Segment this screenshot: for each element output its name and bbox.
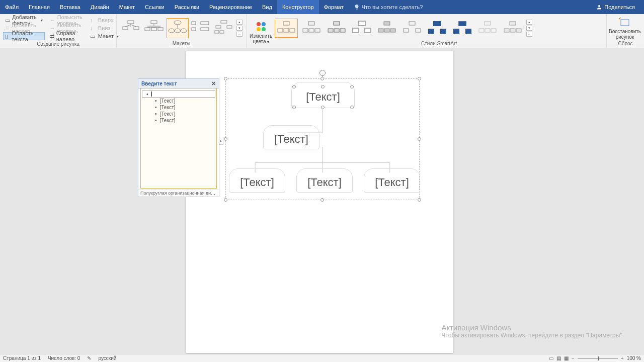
- view-read-mode-button[interactable]: ▭: [549, 355, 553, 361]
- style-option-1[interactable]: [275, 19, 298, 38]
- text-pane-item[interactable]: [Текст]: [142, 117, 215, 124]
- palette-icon: [254, 20, 269, 33]
- view-web-layout-button[interactable]: ▦: [564, 355, 569, 361]
- tab-review[interactable]: Рецензирование: [204, 0, 257, 14]
- zoom-out-button[interactable]: −: [572, 355, 575, 361]
- svg-rect-47: [384, 22, 390, 25]
- svg-rect-60: [465, 29, 471, 34]
- svg-rect-33: [278, 29, 283, 32]
- style-option-3[interactable]: [325, 19, 348, 38]
- status-words[interactable]: Число слов: 0: [48, 355, 80, 361]
- status-proofing-icon[interactable]: ✎: [87, 355, 91, 361]
- status-language[interactable]: русский: [98, 355, 116, 361]
- text-pane-item[interactable]: [Текст]: [142, 98, 215, 104]
- svg-point-0: [598, 5, 600, 7]
- smartart-node[interactable]: [Текст]: [299, 173, 350, 192]
- style-option-6[interactable]: [400, 19, 424, 38]
- style-option-4[interactable]: [350, 19, 373, 38]
- tab-constructor[interactable]: Конструктор: [277, 0, 319, 14]
- svg-rect-27: [220, 31, 224, 33]
- zoom-slider[interactable]: [578, 358, 618, 359]
- svg-rect-56: [440, 29, 446, 34]
- tab-file[interactable]: Файл: [0, 0, 24, 14]
- tab-view[interactable]: Вид: [257, 0, 277, 14]
- view-print-layout-button[interactable]: ▤: [556, 355, 561, 361]
- layouts-gallery[interactable]: ▴▾⌄: [120, 16, 243, 40]
- move-up-button[interactable]: ↑Вверх: [88, 16, 121, 24]
- tab-design[interactable]: Дизайн: [86, 0, 114, 14]
- tab-format[interactable]: Формат: [319, 0, 349, 14]
- workspace: Введите текст ✕ [Текст] [Текст] [Текст] …: [0, 48, 644, 354]
- svg-point-28: [257, 22, 261, 26]
- change-colors-button[interactable]: Изменить цвета▾: [250, 20, 272, 44]
- text-pane-item[interactable]: [Текст]: [142, 104, 215, 111]
- tab-layout[interactable]: Макет: [114, 0, 140, 14]
- rotate-handle[interactable]: [319, 70, 326, 76]
- smartart-frame[interactable]: [Текст] [Текст] [Текст] [Текст] [Текст]: [225, 78, 420, 200]
- smartart-node[interactable]: [Текст]: [367, 173, 417, 192]
- reset-label2: рисунок: [616, 34, 634, 40]
- svg-rect-35: [290, 29, 295, 32]
- zoom-level[interactable]: 100 %: [627, 355, 641, 361]
- group-label-styles: Стили SmartArt: [275, 40, 603, 48]
- resize-handle[interactable]: [350, 106, 354, 109]
- smartart-node[interactable]: [Текст]: [232, 173, 282, 192]
- svg-rect-39: [315, 29, 320, 32]
- smartart-node[interactable]: [Текст]: [266, 130, 316, 148]
- reset-graphic-button[interactable]: Восстановить рисунок: [610, 17, 640, 40]
- smartart-node[interactable]: [Текст]: [294, 87, 352, 107]
- resize-handle[interactable]: [321, 85, 325, 88]
- style-option-5[interactable]: [375, 19, 398, 38]
- svg-rect-9: [151, 28, 156, 31]
- tell-me-input[interactable]: Что вы хотите сделать?: [349, 0, 428, 14]
- resize-handle[interactable]: [292, 85, 296, 88]
- status-page[interactable]: Страница 1 из 1: [3, 355, 41, 361]
- svg-point-30: [257, 27, 261, 31]
- layout-dropdown[interactable]: ▭Макет▾: [88, 32, 121, 40]
- svg-point-14: [174, 21, 181, 25]
- text-pane-close-button[interactable]: ✕: [211, 80, 216, 87]
- layout-option-5[interactable]: [213, 18, 235, 38]
- resize-handle[interactable]: [350, 85, 354, 88]
- style-option-2[interactable]: [300, 19, 323, 38]
- move-down-button[interactable]: ↓Вниз: [88, 24, 121, 32]
- svg-rect-8: [145, 28, 150, 31]
- layout-option-4[interactable]: [190, 18, 212, 38]
- layouts-more[interactable]: ▴▾⌄: [236, 20, 243, 37]
- svg-rect-1: [128, 21, 134, 24]
- style-option-9[interactable]: [476, 19, 499, 38]
- svg-rect-61: [485, 22, 491, 25]
- text-pane-body[interactable]: [Текст] [Текст] [Текст] [Текст]: [140, 88, 217, 189]
- text-pane-item-editing[interactable]: [142, 90, 215, 98]
- svg-rect-42: [334, 29, 339, 32]
- layout-option-1[interactable]: [120, 18, 142, 38]
- activation-watermark: Активация Windows Чтобы активировать Win…: [441, 323, 624, 339]
- svg-rect-45: [353, 28, 359, 33]
- status-bar: Страница 1 из 1 Число слов: 0 ✎ русский …: [0, 354, 644, 362]
- tab-mailings[interactable]: Рассылки: [170, 0, 204, 14]
- text-pane-toggle[interactable]: ▯Область текста: [3, 32, 45, 40]
- resize-handle[interactable]: [321, 106, 325, 109]
- style-option-7[interactable]: [426, 19, 449, 38]
- svg-rect-51: [409, 22, 415, 25]
- text-pane-item[interactable]: [Текст]: [142, 111, 215, 117]
- tab-insert[interactable]: Вставка: [55, 0, 86, 14]
- smartart-text-pane[interactable]: Введите текст ✕ [Текст] [Текст] [Текст] …: [138, 78, 219, 197]
- svg-rect-55: [428, 29, 434, 34]
- styles-gallery[interactable]: ▴▾⌄: [275, 16, 603, 40]
- share-button[interactable]: Поделиться: [591, 4, 640, 10]
- svg-rect-7: [151, 21, 157, 24]
- style-option-8[interactable]: [451, 19, 474, 38]
- style-option-10[interactable]: [501, 19, 524, 38]
- styles-more[interactable]: ▴▾⌄: [526, 20, 533, 37]
- tab-references[interactable]: Ссылки: [140, 0, 170, 14]
- tab-home[interactable]: Главная: [24, 0, 55, 14]
- resize-handle[interactable]: [292, 106, 296, 109]
- svg-point-17: [175, 29, 181, 33]
- layout-option-3[interactable]: [167, 18, 189, 38]
- rtl-button[interactable]: ⇄Справа налево: [48, 32, 85, 40]
- text-pane-collapse-button[interactable]: ▸: [219, 137, 223, 145]
- zoom-in-button[interactable]: +: [621, 355, 624, 361]
- layout-option-2[interactable]: [143, 18, 165, 38]
- svg-line-6: [131, 25, 136, 27]
